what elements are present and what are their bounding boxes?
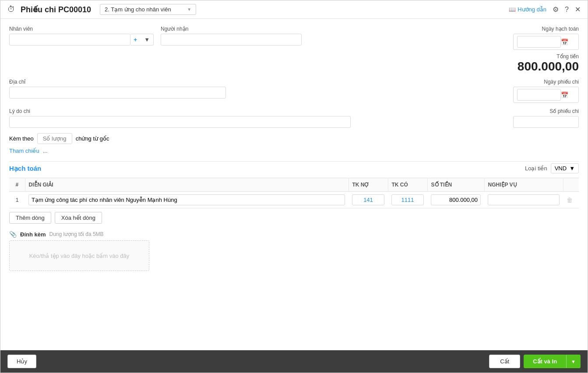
ngay-phieu-chi-label: Ngày phiếu chi [456, 79, 579, 85]
loai-tien-select[interactable]: VND ▼ [551, 163, 579, 173]
cell-so-tien[interactable] [427, 192, 484, 208]
cat-va-in-button[interactable]: Cất và In [524, 355, 566, 368]
huy-button[interactable]: Hủy [7, 355, 36, 368]
cell-nghiep-vu[interactable] [484, 192, 563, 208]
ly-do-chi-input[interactable]: Tạm ứng công tác phí cho nhân viên Nguyễ… [9, 116, 351, 128]
loai-tien-chevron-icon: ▼ [569, 165, 575, 172]
col-header-stt: # [9, 178, 25, 192]
hach-toan-title: Hạch toán [9, 165, 41, 172]
dinh-kem-subtitle: Dung lượng tối đa 5MB [49, 231, 104, 237]
huong-dan-link[interactable]: 📖 Hướng dẫn [509, 6, 546, 13]
col-header-nghiep-vu: NGHIỆP VỤ [484, 178, 563, 192]
col-header-dien-giai: DIỄN GIẢI [25, 178, 349, 192]
col-header-tk-no: TK NỢ [349, 178, 388, 192]
dia-chi-input[interactable] [9, 87, 226, 99]
delete-row-icon[interactable]: 🗑 [567, 197, 573, 204]
xoa-dong-button[interactable]: Xóa hết dòng [55, 212, 102, 224]
cat-button[interactable]: Cất [489, 355, 520, 368]
ngay-phieu-chi-wrap[interactable]: 04/05/2020 📅 [513, 87, 579, 103]
col-header-so-tien: SỐ TIỀN [427, 178, 484, 192]
calendar-icon-2[interactable]: 📅 [561, 91, 568, 99]
col-header-action [563, 178, 579, 192]
paperclip-icon: 📎 [9, 231, 17, 238]
dia-chi-label: Địa chỉ [9, 79, 226, 85]
so-phieu-chi-input[interactable]: PC00010 [513, 116, 579, 128]
kem-theo-so-luong-input[interactable] [37, 133, 72, 144]
clock-icon: ⏱ [7, 5, 15, 14]
ly-do-chi-label: Lý do chi [9, 108, 351, 114]
loai-tien-label: Loại tiền [525, 165, 547, 172]
so-phieu-chi-label: Số phiếu chi [456, 108, 579, 114]
chung-tu-goc-label: chứng từ gốc [76, 135, 109, 142]
ngay-hach-toan-input[interactable]: 04/05/2020 [517, 36, 561, 48]
table-row: 1 🗑 [9, 192, 579, 208]
cell-stt: 1 [9, 192, 25, 208]
type-dropdown[interactable]: 2. Tạm ứng cho nhân viên ▼ [100, 4, 196, 15]
tham-chieu-label: Tham chiếu [9, 148, 39, 154]
dinh-kem-title: Đính kèm [20, 231, 46, 238]
tk-no-input[interactable] [352, 194, 384, 205]
nhan-vien-label: Nhân viên [9, 26, 154, 32]
calendar-icon-1[interactable]: 📅 [561, 39, 568, 46]
nhan-vien-dropdown-button[interactable]: ▼ [141, 34, 154, 46]
ngay-hach-toan-label: Ngày hạch toán [456, 26, 579, 32]
ngay-hach-toan-wrap[interactable]: 04/05/2020 📅 [513, 34, 579, 50]
tong-tien-value: 800.000,00 [518, 60, 579, 74]
hach-toan-table: # DIỄN GIẢI TK NỢ TK CÓ SỐ TIỀN NGHIỆP V… [9, 178, 579, 208]
cat-va-in-dropdown-button[interactable]: ▼ [566, 355, 581, 368]
question-icon[interactable]: ? [565, 6, 569, 14]
nhan-vien-input[interactable]: Nguyễn Mạnh Hùng [9, 34, 130, 46]
kem-theo-label: Kèm theo [9, 135, 34, 142]
settings-icon[interactable]: ⚙ [553, 5, 559, 14]
so-tien-input[interactable] [431, 194, 481, 205]
chevron-down-icon: ▼ [187, 7, 191, 12]
tham-chieu-dots[interactable]: ... [43, 148, 48, 154]
nghiep-vu-input[interactable] [488, 194, 560, 205]
cell-tk-no[interactable] [349, 192, 388, 208]
tk-co-input[interactable] [391, 194, 424, 205]
nguoi-nhan-input[interactable]: Nguyễn Mạnh Hùng [161, 34, 302, 46]
cell-dien-giai[interactable] [25, 192, 349, 208]
dinh-kem-placeholder: Kéo/thả tệp vào đây hoặc bấm vào đây [29, 253, 130, 259]
nguoi-nhan-label: Người nhận [161, 26, 302, 32]
loai-tien-value: VND [555, 165, 567, 172]
them-dong-button[interactable]: Thêm dòng [9, 212, 51, 224]
page-title: Phiếu chi PC00010 [21, 5, 91, 14]
tong-tien-label: Tổng tiền [518, 53, 579, 60]
dien-giai-input[interactable] [28, 194, 345, 205]
close-icon[interactable]: ✕ [575, 5, 581, 14]
help-book-icon: 📖 [509, 6, 516, 13]
add-nhan-vien-button[interactable]: + [130, 34, 141, 46]
cell-delete[interactable]: 🗑 [563, 192, 579, 208]
dinh-kem-dropzone[interactable]: Kéo/thả tệp vào đây hoặc bấm vào đây [9, 240, 149, 271]
col-header-tk-co: TK CÓ [388, 178, 427, 192]
ngay-phieu-chi-input[interactable]: 04/05/2020 [517, 89, 561, 101]
cell-tk-co[interactable] [388, 192, 427, 208]
